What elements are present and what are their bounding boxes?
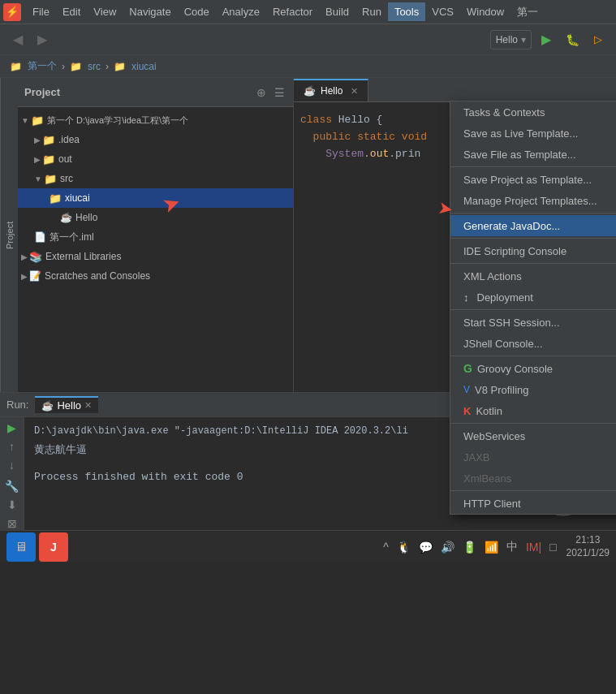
tree-ext-libs-icon: 📚 bbox=[29, 251, 42, 263]
debug-button[interactable]: 🐛 bbox=[561, 28, 584, 51]
menu-tasks-contexts[interactable]: Tasks & Contexts ▶ bbox=[450, 101, 616, 123]
menu-jshell-console[interactable]: JShell Console... bbox=[450, 333, 616, 354]
menu-http-client[interactable]: HTTP Client ▶ bbox=[450, 493, 616, 514]
run-button[interactable]: ▶ bbox=[535, 28, 558, 51]
breadcrumb-src[interactable]: 📁 src bbox=[68, 61, 102, 72]
menu-generate-javadoc[interactable]: Generate JavaDoc... bbox=[450, 215, 616, 236]
dropdown-arrow-icon: ▾ bbox=[521, 34, 526, 45]
menu-view[interactable]: View bbox=[87, 2, 123, 21]
notification-icon[interactable]: □ bbox=[549, 541, 556, 554]
run-tab-hello[interactable]: ☕ Hello ✕ bbox=[35, 396, 98, 413]
tasks-contexts-label: Tasks & Contexts bbox=[463, 106, 545, 119]
menu-build[interactable]: Build bbox=[319, 2, 355, 21]
tree-out-folder-icon: 📁 bbox=[42, 153, 55, 166]
menu-kotlin[interactable]: K Kotlin ▶ bbox=[450, 400, 616, 421]
tree-root-folder-icon: 📁 bbox=[31, 114, 44, 127]
sep-2 bbox=[450, 213, 616, 213]
taskbar-left: 🖥 J bbox=[6, 532, 68, 562]
editor-tab-hello[interactable]: ☕ Hello ✕ bbox=[294, 79, 368, 101]
menu-save-project-template[interactable]: Save Project as Template... bbox=[450, 169, 616, 190]
date-display: 2021/1/29 bbox=[566, 547, 610, 560]
run-clear-btn[interactable]: ⊠ bbox=[3, 515, 21, 531]
run-with-coverage-btn[interactable]: ▷ bbox=[587, 28, 610, 51]
run-side-buttons: ▶ ↑ ↓ 🔧 ⬇ ⊠ bbox=[0, 417, 24, 531]
breadcrumb-sep1: › bbox=[62, 61, 65, 72]
breadcrumb-root[interactable]: 📁 第一个 bbox=[8, 59, 58, 73]
menu-code[interactable]: Code bbox=[178, 2, 216, 21]
menu-run[interactable]: Run bbox=[355, 2, 388, 21]
run-label: Run: bbox=[6, 399, 28, 411]
folder-icon: 📁 bbox=[10, 61, 22, 72]
im-icon[interactable]: IM| bbox=[526, 541, 541, 554]
menu-window[interactable]: Window bbox=[460, 2, 510, 21]
tree-src[interactable]: ▼ 📁 src bbox=[18, 169, 293, 188]
tree-xiucai[interactable]: 📁 xiucai bbox=[18, 188, 293, 208]
menu-file[interactable]: File bbox=[26, 2, 56, 21]
menu-refactor[interactable]: Refactor bbox=[266, 2, 319, 21]
menu-ssh-session[interactable]: Start SSH Session... bbox=[450, 312, 616, 333]
menu-analyze[interactable]: Analyze bbox=[216, 2, 266, 21]
input-method-icon[interactable]: 中 bbox=[506, 540, 518, 554]
run-up-btn[interactable]: ↑ bbox=[3, 439, 21, 455]
tree-root[interactable]: ▼ 📁 第一个 D:\java学习\idea工程\第一个 bbox=[18, 110, 293, 130]
run-stop-btn[interactable]: 🔧 bbox=[3, 479, 21, 494]
menu-jaxb: JAXB ▶ bbox=[450, 446, 616, 468]
run-config-selector[interactable]: Hello ▾ bbox=[490, 30, 532, 50]
menu-xml-actions[interactable]: XML Actions ▶ bbox=[450, 265, 616, 287]
battery-icon[interactable]: 🔋 bbox=[463, 541, 476, 554]
tree-iml[interactable]: 📄 第一个.iml bbox=[18, 227, 293, 247]
groovy-icon: G bbox=[463, 362, 472, 375]
tray-icon-1[interactable]: 🐧 bbox=[397, 541, 411, 554]
menu-edit[interactable]: Edit bbox=[56, 2, 87, 21]
tree-out[interactable]: ▶ 📁 out bbox=[18, 149, 293, 169]
sep-6 bbox=[450, 356, 616, 356]
run-tab-close-btn[interactable]: ✕ bbox=[84, 400, 92, 411]
tree-idea-folder-icon: 📁 bbox=[42, 134, 55, 146]
panel-settings-icon[interactable]: ☰ bbox=[272, 85, 286, 100]
panel-icons: ⊕ ☰ bbox=[254, 85, 286, 100]
toolbar: ◀ ▶ Hello ▾ ▶ 🐛 ▷ bbox=[0, 24, 616, 55]
toolbar-forward-btn[interactable]: ▶ bbox=[31, 28, 54, 51]
menu-xmlbeans: XmlBeans ▶ bbox=[450, 468, 616, 489]
sep-4 bbox=[450, 263, 616, 264]
menu-save-file-template[interactable]: Save File as Template... bbox=[450, 144, 616, 165]
menu-manage-project-templates[interactable]: Manage Project Templates... bbox=[450, 190, 616, 211]
menu-vcs[interactable]: VCS bbox=[425, 2, 460, 21]
taskbar-explorer[interactable]: 🖥 bbox=[6, 532, 36, 562]
menu-tools[interactable]: Tools bbox=[388, 2, 425, 21]
tree-scratches-label: Scratches and Consoles bbox=[45, 270, 150, 282]
menu-extra[interactable]: 第一 bbox=[510, 2, 545, 23]
menu-webservices[interactable]: WebServices ▶ bbox=[450, 425, 616, 446]
tree-scratches[interactable]: ▶ 📝 Scratches and Consoles bbox=[18, 266, 293, 286]
chevron-up-icon[interactable]: ^ bbox=[383, 541, 389, 554]
tree-out-arrow: ▶ bbox=[34, 155, 41, 164]
panel-add-icon[interactable]: ⊕ bbox=[254, 85, 269, 100]
project-side-tab[interactable]: Project bbox=[0, 78, 18, 392]
breadcrumb-xiucai[interactable]: 📁 xiucai bbox=[112, 61, 158, 72]
tree-root-arrow: ▼ bbox=[21, 116, 29, 125]
time-display: 21:13 bbox=[566, 534, 610, 547]
menu-ide-scripting[interactable]: IDE Scripting Console bbox=[450, 240, 616, 261]
wifi-icon[interactable]: 📶 bbox=[485, 541, 498, 554]
tree-hello[interactable]: ☕ Hello bbox=[18, 208, 293, 227]
menu-navigate[interactable]: Navigate bbox=[123, 2, 177, 21]
run-down-btn[interactable]: ↓ bbox=[3, 457, 21, 472]
sep-7 bbox=[450, 423, 616, 424]
tray-icon-2[interactable]: 💬 bbox=[419, 541, 433, 554]
tree-ext-libs[interactable]: ▶ 📚 External Libraries bbox=[18, 247, 293, 266]
toolbar-back-btn[interactable]: ◀ bbox=[6, 28, 29, 51]
run-scroll-btn[interactable]: ⬇ bbox=[3, 498, 21, 513]
editor-tab-close[interactable]: ✕ bbox=[351, 86, 358, 97]
menu-save-live-template[interactable]: Save as Live Template... bbox=[450, 123, 616, 144]
menu-groovy-console[interactable]: G Groovy Console bbox=[450, 358, 616, 379]
volume-icon[interactable]: 🔊 bbox=[441, 541, 454, 554]
tree-idea[interactable]: ▶ 📁 .idea bbox=[18, 130, 293, 149]
taskbar-idea[interactable]: J bbox=[39, 532, 68, 562]
sep-8 bbox=[450, 490, 616, 491]
menu-bar: ⚡ File Edit View Navigate Code Analyze R… bbox=[0, 0, 616, 24]
menu-deployment[interactable]: ↕ Deployment ▶ bbox=[450, 287, 616, 308]
run-play-btn[interactable]: ▶ bbox=[3, 420, 21, 436]
tree-root-label: 第一个 D:\java学习\idea工程\第一个 bbox=[47, 114, 188, 127]
menu-v8-profiling[interactable]: V V8 Profiling ▶ bbox=[450, 379, 616, 400]
app-logo: ⚡ bbox=[3, 3, 21, 21]
